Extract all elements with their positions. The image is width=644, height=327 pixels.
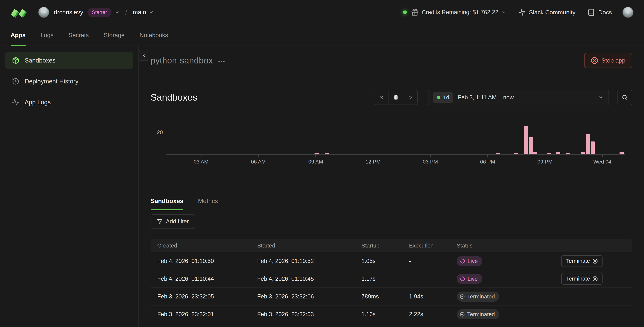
- chart-bar[interactable]: [556, 152, 560, 154]
- tab-sandboxes[interactable]: Sandboxes: [150, 197, 184, 210]
- breadcrumb-separator: /: [125, 8, 127, 16]
- content-tabs: SandboxesMetrics: [138, 197, 644, 210]
- cell-status: Live: [457, 274, 561, 284]
- x-axis-tick: [602, 154, 602, 157]
- nav-tab-apps[interactable]: Apps: [11, 25, 26, 45]
- nav-tab-secrets[interactable]: Secrets: [68, 25, 88, 45]
- step-back-button[interactable]: [374, 90, 388, 104]
- x-axis-tick-label: 06 PM: [480, 159, 495, 165]
- activity-icon: [12, 98, 20, 106]
- cell-actions: Terminate: [561, 255, 632, 267]
- time-controls: 1d Feb 3, 1:11 AM – now: [374, 90, 632, 105]
- chart-bar[interactable]: [620, 152, 624, 154]
- table-row[interactable]: Feb 3, 2026, 23:32:01Feb 3, 2026, 23:32:…: [150, 306, 632, 323]
- time-range-badge: 1d: [433, 92, 453, 103]
- status-label: Live: [468, 276, 478, 282]
- status-label: Terminated: [467, 311, 495, 318]
- section-heading: Sandboxes: [150, 92, 197, 103]
- workspace-switcher[interactable]: drchrislevy Starter: [38, 7, 120, 18]
- nav-tab-logs[interactable]: Logs: [40, 25, 54, 45]
- chart-bar[interactable]: [533, 152, 537, 154]
- plan-badge: Starter: [88, 8, 112, 17]
- history-icon: [12, 78, 20, 85]
- spinner-icon: [460, 276, 465, 282]
- chart-bar[interactable]: [566, 153, 570, 154]
- chevron-left-icon: [141, 53, 146, 58]
- credits-remaining-label: Credits Remaining: $1,762.22: [422, 9, 498, 16]
- table-row[interactable]: Feb 4, 2026, 01:10:44Feb 4, 2026, 01:10:…: [150, 270, 632, 288]
- page-title: python-sandbox: [150, 55, 213, 65]
- x-axis-tick: [373, 154, 373, 157]
- docs-link[interactable]: Docs: [588, 8, 612, 16]
- step-forward-button[interactable]: [403, 90, 417, 104]
- sidebar-collapse-button[interactable]: [138, 50, 149, 61]
- time-range-select[interactable]: 1d Feb 3, 1:11 AM – now: [428, 90, 609, 105]
- sidebar-item-app-logs[interactable]: App Logs: [5, 94, 133, 110]
- sidebar-item-deployment-history[interactable]: Deployment History: [5, 73, 133, 90]
- cell-status: Terminated: [457, 309, 561, 319]
- cell-started: Feb 4, 2026, 01:10:52: [257, 258, 362, 265]
- chart-gridline: [166, 133, 625, 133]
- chart-bar[interactable]: [314, 153, 319, 154]
- cell-created: Feb 4, 2026, 01:10:44: [157, 276, 257, 282]
- cell-execution: -: [409, 258, 457, 265]
- cell-status: Terminated: [457, 292, 561, 302]
- chart-bar[interactable]: [586, 134, 590, 154]
- terminate-button[interactable]: Terminate: [561, 273, 602, 285]
- time-range-label: Feb 3, 1:11 AM – now: [458, 94, 514, 101]
- table-body: Feb 4, 2026, 01:10:50Feb 4, 2026, 01:10:…: [150, 252, 632, 323]
- more-options-icon[interactable]: [218, 57, 226, 65]
- chart-plot: 20 03 AM06 AM09 AM12 PM03 PM06 PM09 PMWe…: [166, 119, 625, 155]
- chart-bar[interactable]: [547, 153, 551, 154]
- cell-started: Feb 3, 2026, 23:32:03: [257, 311, 362, 318]
- status-badge-terminated: Terminated: [457, 309, 499, 319]
- slack-community-link[interactable]: Slack Community: [518, 8, 576, 16]
- octagon-x-icon: [591, 57, 598, 64]
- chart-bar[interactable]: [514, 153, 518, 154]
- chart-bar[interactable]: [529, 137, 533, 154]
- sidebar-item-label: Sandboxes: [25, 57, 56, 64]
- add-filter-button[interactable]: Add filter: [150, 214, 195, 229]
- live-range-dot: [437, 96, 440, 99]
- nav-tab-notebooks[interactable]: Notebooks: [140, 25, 168, 45]
- x-axis-tick-label: 06 AM: [251, 159, 266, 165]
- user-avatar[interactable]: [622, 7, 634, 18]
- table-row[interactable]: Feb 3, 2026, 23:32:05Feb 3, 2026, 23:32:…: [150, 288, 632, 306]
- docs-label: Docs: [598, 9, 612, 16]
- environment-switcher[interactable]: main: [133, 9, 154, 16]
- modal-logo[interactable]: [10, 6, 27, 19]
- chevron-down-icon: [114, 10, 120, 15]
- x-axis-tick: [545, 154, 545, 157]
- cell-startup: 1.05s: [362, 258, 409, 265]
- zoom-out-button[interactable]: [618, 90, 632, 105]
- credits-menu[interactable]: Credits Remaining: $1,762.22: [403, 9, 506, 16]
- chart-bar[interactable]: [590, 141, 595, 154]
- x-axis-tick-label: 12 PM: [366, 159, 381, 165]
- x-axis-tick-label: 09 AM: [308, 159, 323, 165]
- stop-app-label: Stop app: [602, 57, 625, 64]
- chart-bar[interactable]: [324, 153, 329, 154]
- package-icon: [12, 57, 20, 64]
- pause-icon: [393, 94, 399, 100]
- terminate-button[interactable]: Terminate: [561, 255, 602, 267]
- chart-bar[interactable]: [524, 126, 528, 154]
- status-label: Terminated: [467, 294, 495, 300]
- sandboxes-table: CreatedStartedStartupExecutionStatus Feb…: [150, 239, 632, 323]
- chevron-down-icon: [149, 10, 154, 15]
- chart-bar[interactable]: [496, 153, 500, 154]
- top-header: drchrislevy Starter / main Credits Remai…: [0, 0, 644, 25]
- cell-created: Feb 4, 2026, 01:10:50: [157, 258, 257, 265]
- chart-bar[interactable]: [581, 152, 585, 154]
- x-axis-tick-label: 09 PM: [537, 159, 552, 165]
- table-row[interactable]: Feb 4, 2026, 01:10:50Feb 4, 2026, 01:10:…: [150, 252, 632, 270]
- column-header-status: Status: [457, 243, 561, 249]
- stop-app-button[interactable]: Stop app: [584, 53, 632, 68]
- tab-metrics[interactable]: Metrics: [198, 197, 218, 210]
- sidebar-item-sandboxes[interactable]: Sandboxes: [5, 52, 133, 69]
- cell-execution: 1.94s: [409, 293, 457, 300]
- pause-button[interactable]: [388, 90, 403, 104]
- spinner-icon: [460, 258, 465, 264]
- zoom-out-icon: [622, 94, 628, 101]
- table-header-row: CreatedStartedStartupExecutionStatus: [150, 239, 632, 252]
- nav-tab-storage[interactable]: Storage: [104, 25, 124, 45]
